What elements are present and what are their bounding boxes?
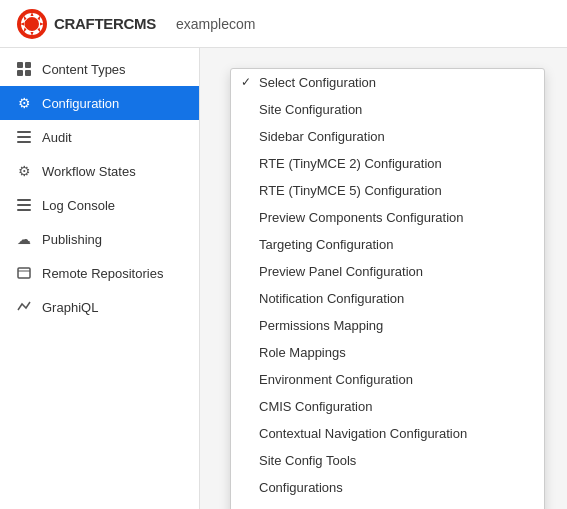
repo-icon xyxy=(16,265,32,281)
dropdown-item-role-mappings[interactable]: Role Mappings xyxy=(231,339,544,366)
sidebar-item-workflow-states[interactable]: ⚙ Workflow States xyxy=(0,154,199,188)
sidebar-item-audit[interactable]: Audit xyxy=(0,120,199,154)
site-name: examplecom xyxy=(176,16,255,32)
sidebar-label-graphiql: GraphiQL xyxy=(42,300,98,315)
dropdown-item-contextual-nav[interactable]: Contextual Navigation Configuration xyxy=(231,420,544,447)
sidebar-label-publishing: Publishing xyxy=(42,232,102,247)
dropdown-item-preview-panel[interactable]: Preview Panel Configuration xyxy=(231,258,544,285)
logo: C CRAFTERCMS xyxy=(16,8,156,40)
sidebar-item-publishing[interactable]: ☁ Publishing xyxy=(0,222,199,256)
sidebar-label-content-types: Content Types xyxy=(42,62,126,77)
dropdown-item-preview-components[interactable]: Preview Components Configuration xyxy=(231,204,544,231)
dropdown-item-rte-tinymce5[interactable]: RTE (TinyMCE 5) Configuration xyxy=(231,177,544,204)
dropdown-item-sidebar-configuration[interactable]: Sidebar Configuration xyxy=(231,123,544,150)
dropdown-item-permissions-mapping[interactable]: Permissions Mapping xyxy=(231,312,544,339)
dropdown-item-site-config-tools[interactable]: Site Config Tools xyxy=(231,447,544,474)
sidebar-item-graphiql[interactable]: GraphiQL xyxy=(0,290,199,324)
svg-text:C: C xyxy=(24,19,31,30)
main-layout: Content Types ⚙ Configuration Audit ⚙ Wo… xyxy=(0,48,567,509)
sidebar: Content Types ⚙ Configuration Audit ⚙ Wo… xyxy=(0,48,200,509)
svg-rect-4 xyxy=(18,268,30,278)
dropdown-item-notification[interactable]: Notification Configuration xyxy=(231,285,544,312)
logo-text: CRAFTERCMS xyxy=(54,15,156,32)
sidebar-label-configuration: Configuration xyxy=(42,96,119,111)
sidebar-item-remote-repositories[interactable]: Remote Repositories xyxy=(0,256,199,290)
gear-icon: ⚙ xyxy=(16,95,32,111)
list-icon xyxy=(16,129,32,145)
dropdown-item-mime-types[interactable]: Mime Types xyxy=(231,501,544,509)
dropdown-item-rte-tinymce2[interactable]: RTE (TinyMCE 2) Configuration xyxy=(231,150,544,177)
sidebar-label-log-console: Log Console xyxy=(42,198,115,213)
sidebar-label-audit: Audit xyxy=(42,130,72,145)
main-content: Select ConfigurationSite ConfigurationSi… xyxy=(200,48,567,509)
crafter-cms-logo: C xyxy=(16,8,48,40)
header: C CRAFTERCMS examplecom xyxy=(0,0,567,48)
graphiql-icon xyxy=(16,299,32,315)
cloud-icon: ☁ xyxy=(16,231,32,247)
workflow-icon: ⚙ xyxy=(16,163,32,179)
sidebar-item-log-console[interactable]: Log Console xyxy=(0,188,199,222)
dropdown-item-environment[interactable]: Environment Configuration xyxy=(231,366,544,393)
console-icon xyxy=(16,197,32,213)
dropdown-item-site-configuration[interactable]: Site Configuration xyxy=(231,96,544,123)
grid-icon xyxy=(16,61,32,77)
dropdown-item-select-configuration[interactable]: Select Configuration xyxy=(231,69,544,96)
sidebar-label-workflow-states: Workflow States xyxy=(42,164,136,179)
sidebar-item-configuration[interactable]: ⚙ Configuration xyxy=(0,86,199,120)
sidebar-item-content-types[interactable]: Content Types xyxy=(0,52,199,86)
dropdown-item-cmis[interactable]: CMIS Configuration xyxy=(231,393,544,420)
sidebar-label-remote-repositories: Remote Repositories xyxy=(42,266,163,281)
dropdown-item-configurations[interactable]: Configurations xyxy=(231,474,544,501)
dropdown-item-targeting[interactable]: Targeting Configuration xyxy=(231,231,544,258)
configuration-dropdown: Select ConfigurationSite ConfigurationSi… xyxy=(230,68,545,509)
